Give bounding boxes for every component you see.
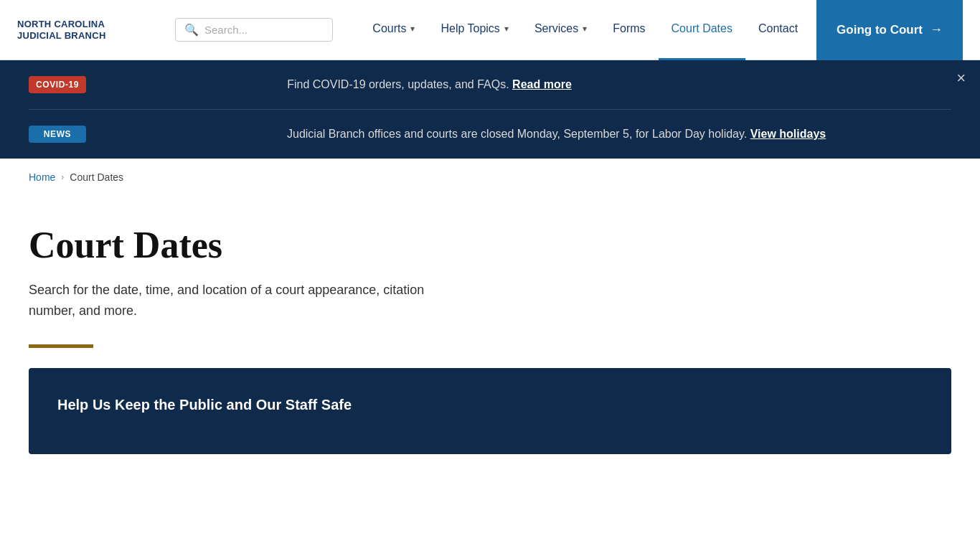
section-divider — [29, 344, 93, 348]
site-logo[interactable]: NORTH CAROLINA JUDICIAL BRANCH — [17, 19, 161, 41]
breadcrumb: Home › Court Dates — [0, 159, 980, 196]
close-banner-button[interactable]: × — [956, 70, 966, 86]
breadcrumb-home-link[interactable]: Home — [29, 171, 55, 183]
safety-card-title: Help Us Keep the Public and Our Staff Sa… — [57, 397, 923, 413]
logo-line2: JUDICIAL BRANCH — [17, 30, 161, 42]
news-view-holidays-link[interactable]: View holidays — [750, 128, 826, 140]
breadcrumb-current: Court Dates — [70, 171, 123, 183]
nav-item-help-topics[interactable]: Help Topics ▾ — [428, 0, 521, 60]
chevron-down-icon: ▾ — [504, 24, 509, 34]
site-header: NORTH CAROLINA JUDICIAL BRANCH 🔍 Courts … — [0, 0, 980, 60]
banner-area: × COVID-19 Find COVID-19 orders, updates… — [0, 60, 980, 159]
main-content: Court Dates Search for the date, time, a… — [0, 196, 980, 454]
nav-item-contact[interactable]: Contact — [745, 0, 811, 60]
nav-item-services[interactable]: Services ▾ — [522, 0, 600, 60]
safety-card: Help Us Keep the Public and Our Staff Sa… — [29, 368, 951, 454]
page-description: Search for the date, time, and location … — [29, 280, 459, 321]
nav-item-courts[interactable]: Courts ▾ — [359, 0, 428, 60]
breadcrumb-separator: › — [61, 172, 64, 182]
going-to-court-button[interactable]: Going to Court → — [816, 0, 963, 60]
covid-read-more-link[interactable]: Read more — [512, 78, 572, 90]
news-banner: NEWS Judicial Branch offices and courts … — [29, 110, 951, 159]
search-area[interactable]: 🔍 — [175, 18, 333, 42]
arrow-right-icon: → — [930, 22, 943, 37]
chevron-down-icon: ▾ — [583, 24, 587, 34]
covid-banner: COVID-19 Find COVID-19 orders, updates, … — [29, 60, 951, 109]
news-banner-text: Judicial Branch offices and courts are c… — [287, 128, 826, 141]
nav-item-forms[interactable]: Forms — [600, 0, 658, 60]
logo-line1: NORTH CAROLINA — [17, 19, 161, 30]
covid-badge: COVID-19 — [29, 76, 86, 93]
chevron-down-icon: ▾ — [410, 24, 415, 34]
nav-item-court-dates[interactable]: Court Dates — [659, 0, 745, 60]
page-title: Court Dates — [29, 225, 951, 265]
news-badge: NEWS — [29, 126, 86, 143]
covid-banner-text: Find COVID-19 orders, updates, and FAQs.… — [287, 78, 572, 91]
search-input[interactable] — [204, 24, 324, 36]
search-icon: 🔍 — [184, 23, 199, 37]
main-nav: Courts ▾ Help Topics ▾ Services ▾ Forms … — [359, 0, 811, 60]
